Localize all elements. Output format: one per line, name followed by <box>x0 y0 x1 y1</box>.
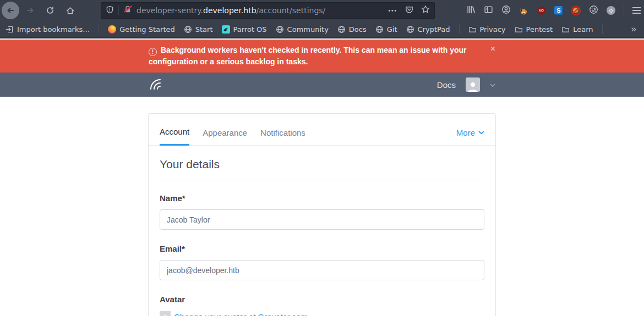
cookie-outline-icon[interactable] <box>589 5 598 16</box>
toolbar-divider <box>624 4 624 16</box>
alert-banner: !Background workers haven't checked in r… <box>0 40 644 73</box>
user-avatar[interactable] <box>466 77 480 92</box>
svg-text:UO: UO <box>539 9 544 12</box>
alert-message: Background workers haven't checked in re… <box>149 46 466 66</box>
tab-account[interactable]: Account <box>160 127 189 146</box>
person-silhouette-icon <box>161 314 170 316</box>
bookmark-getting-started[interactable]: Getting Started <box>108 25 175 34</box>
bookmark-parrot-os[interactable]: Parrot OS <box>222 25 267 34</box>
toolbar-extensions: UO S <box>466 0 641 21</box>
library-icon[interactable] <box>466 5 476 16</box>
screen: developer-sentry.developer.htb/account/s… <box>0 0 644 316</box>
bookmark-folder-learn[interactable]: Learn <box>561 25 593 34</box>
urlbar-divider <box>118 5 119 15</box>
globe-icon <box>337 25 346 34</box>
shodan-extension-icon[interactable]: S <box>554 6 563 15</box>
pinwheel-extension-icon[interactable] <box>607 6 615 15</box>
nav-docs-link[interactable]: Docs <box>437 80 456 90</box>
section-heading: Your details <box>160 158 484 171</box>
gravatar-link[interactable]: Change your avatar at Gravatar.com <box>174 312 308 316</box>
name-field[interactable] <box>160 209 484 230</box>
tab-appearance[interactable]: Appearance <box>203 128 247 145</box>
section-divider <box>160 180 484 180</box>
bookmarks-bar: Import bookmarks… Getting Started Start … <box>0 21 644 37</box>
chevron-down-icon <box>478 131 484 135</box>
email-label: Email* <box>160 244 484 253</box>
bookmarks-divider <box>459 24 460 34</box>
cookie-blocker-icon[interactable] <box>571 6 581 15</box>
sentry-navbar: Docs <box>0 73 644 97</box>
account-icon[interactable] <box>501 5 511 16</box>
back-button[interactable] <box>2 2 19 19</box>
avatar-label: Avatar <box>160 295 484 304</box>
page-actions-icon[interactable]: ••• <box>388 8 397 14</box>
avatar-row: Change your avatar at Gravatar.com <box>160 311 484 316</box>
gravatar-preview-avatar <box>160 311 171 316</box>
sentry-logo[interactable] <box>149 77 163 93</box>
bookmark-community[interactable]: Community <box>276 25 329 34</box>
tab-notifications[interactable]: Notifications <box>260 128 305 145</box>
bookmark-folder-privacy[interactable]: Privacy <box>468 25 506 34</box>
settings-tabs: Account Appearance Notifications More <box>149 114 495 146</box>
ublock-origin-icon[interactable]: UO <box>537 6 546 15</box>
sidebar-icon[interactable] <box>484 5 493 16</box>
bookmark-git[interactable]: Git <box>375 25 397 34</box>
email-field[interactable] <box>160 260 484 280</box>
folder-icon <box>468 25 477 34</box>
url-text[interactable]: developer-sentry.developer.htb/account/s… <box>137 6 384 15</box>
tabs-more-dropdown[interactable]: More <box>456 128 484 145</box>
reload-button[interactable] <box>41 2 59 19</box>
alert-warning-icon: ! <box>149 48 157 56</box>
browser-toolbar: developer-sentry.developer.htb/account/s… <box>0 0 644 21</box>
bookmark-cryptpad[interactable]: CryptPad <box>406 25 450 34</box>
bookmark-star-icon[interactable] <box>421 5 430 16</box>
url-subdomain: developer-sentry. <box>137 6 203 15</box>
globe-icon <box>406 25 414 34</box>
folder-icon <box>515 25 523 34</box>
home-button[interactable] <box>61 2 79 19</box>
globe-icon <box>375 25 384 34</box>
folder-icon <box>561 25 570 34</box>
bookmark-folder-pentest[interactable]: Pentest <box>515 25 553 34</box>
privacy-badger-icon[interactable] <box>519 6 528 15</box>
bookmark-start[interactable]: Start <box>184 25 213 34</box>
forward-button[interactable] <box>21 2 39 19</box>
menu-hamburger-icon[interactable] <box>632 7 641 14</box>
alert-close-icon[interactable]: × <box>490 45 495 53</box>
name-label: Name* <box>160 193 484 203</box>
bookmarks-overflow-icon[interactable]: » <box>631 24 636 35</box>
bookmark-docs[interactable]: Docs <box>337 25 367 34</box>
globe-icon <box>184 25 192 34</box>
insecure-lock-icon[interactable] <box>123 5 132 16</box>
settings-card: Account Appearance Notifications More Yo… <box>148 113 496 316</box>
url-domain: developer.htb <box>203 6 256 15</box>
bookmarks-divider <box>99 24 99 34</box>
url-path: /account/settings/ <box>256 6 326 15</box>
globe-icon <box>276 25 284 34</box>
import-icon <box>6 25 14 34</box>
bookmarks-divider <box>602 24 603 34</box>
person-silhouette-icon <box>467 81 479 92</box>
parrot-os-icon <box>222 25 230 34</box>
bookmark-import[interactable]: Import bookmarks… <box>6 25 90 34</box>
tracking-protection-shield-icon[interactable] <box>106 5 114 16</box>
avatar-dropdown-chevron-icon[interactable] <box>490 80 495 90</box>
pocket-icon[interactable] <box>405 5 413 16</box>
firefox-icon <box>108 25 116 34</box>
url-bar[interactable]: developer-sentry.developer.htb/account/s… <box>101 2 435 19</box>
browser-chrome: developer-sentry.developer.htb/account/s… <box>0 0 644 38</box>
